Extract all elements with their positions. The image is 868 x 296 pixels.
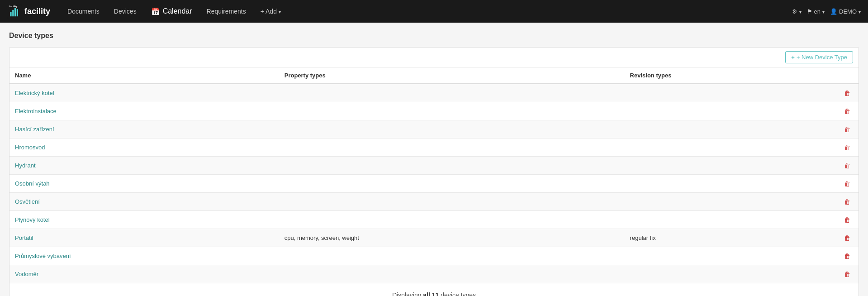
device-type-name[interactable]: Průmyslové vybavení bbox=[9, 247, 279, 265]
user-caret-icon bbox=[859, 8, 861, 15]
device-type-name[interactable]: Hasící zařízení bbox=[9, 120, 279, 138]
trash-icon bbox=[844, 216, 850, 224]
main-nav: Documents Devices 📅 Calendar Requirement… bbox=[61, 4, 781, 19]
nav-documents[interactable]: Documents bbox=[61, 4, 106, 19]
gear-icon bbox=[792, 8, 797, 15]
device-type-revision-types bbox=[625, 157, 836, 175]
nav-calendar[interactable]: 📅 Calendar bbox=[145, 4, 199, 19]
svg-rect-1 bbox=[10, 12, 11, 17]
col-header-revision-types: Revision types bbox=[625, 67, 836, 84]
delete-cell bbox=[836, 211, 859, 229]
delete-cell bbox=[836, 193, 859, 211]
footer-prefix: Displaying bbox=[392, 291, 423, 296]
flag-icon bbox=[807, 8, 812, 15]
add-dropdown-button[interactable]: + Add bbox=[254, 4, 287, 19]
device-type-revision-types bbox=[625, 265, 836, 283]
svg-rect-4 bbox=[17, 9, 18, 16]
settings-button[interactable] bbox=[792, 8, 802, 15]
table-row: Plynový kotel bbox=[9, 211, 859, 229]
facility-logo-icon: facility bbox=[7, 4, 22, 19]
trash-icon bbox=[844, 234, 850, 242]
device-type-revision-types bbox=[625, 120, 836, 138]
device-type-property-types bbox=[279, 265, 625, 283]
device-type-name[interactable]: Plynový kotel bbox=[9, 211, 279, 229]
add-button-label: + Add bbox=[261, 8, 277, 15]
table-footer: Displaying all 11 device types bbox=[9, 283, 859, 296]
trash-icon bbox=[844, 125, 850, 133]
table-toolbar: + New Device Type bbox=[9, 48, 859, 67]
new-device-type-button[interactable]: + New Device Type bbox=[785, 51, 853, 63]
nav-devices[interactable]: Devices bbox=[108, 4, 143, 19]
table-row: Hydrant bbox=[9, 157, 859, 175]
page-title: Device types bbox=[9, 32, 859, 40]
footer-bold: all 11 bbox=[423, 291, 439, 296]
device-type-revision-types bbox=[625, 175, 836, 193]
device-type-revision-types bbox=[625, 84, 836, 102]
device-type-name[interactable]: Osobní výtah bbox=[9, 175, 279, 193]
delete-device-type-button[interactable] bbox=[841, 215, 853, 224]
device-type-revision-types bbox=[625, 193, 836, 211]
table-row: Hasící zařízení bbox=[9, 120, 859, 138]
device-type-property-types bbox=[279, 102, 625, 120]
device-type-property-types bbox=[279, 84, 625, 102]
delete-cell bbox=[836, 84, 859, 102]
table-row: Průmyslové vybavení bbox=[9, 247, 859, 265]
svg-text:facility: facility bbox=[9, 5, 18, 8]
delete-device-type-button[interactable] bbox=[841, 179, 853, 188]
device-type-name[interactable]: Osvětlení bbox=[9, 193, 279, 211]
trash-icon bbox=[844, 89, 850, 97]
user-icon bbox=[830, 8, 837, 15]
language-caret-icon bbox=[822, 8, 825, 15]
brand-logo[interactable]: facility facility bbox=[7, 4, 50, 19]
device-type-name[interactable]: Hydrant bbox=[9, 157, 279, 175]
table-row: Elektrický kotel bbox=[9, 84, 859, 102]
device-type-revision-types bbox=[625, 138, 836, 157]
device-type-property-types bbox=[279, 138, 625, 157]
add-caret-icon bbox=[279, 8, 281, 15]
device-type-name[interactable]: Hromosvod bbox=[9, 138, 279, 157]
language-label: en bbox=[814, 8, 821, 15]
settings-caret-icon bbox=[799, 8, 802, 15]
delete-device-type-button[interactable] bbox=[841, 124, 853, 134]
device-type-property-types bbox=[279, 193, 625, 211]
main-content: Device types + New Device Type Name Prop… bbox=[0, 23, 868, 296]
device-types-table-container: + New Device Type Name Property types Re… bbox=[9, 47, 859, 296]
table-row: Osobní výtah bbox=[9, 175, 859, 193]
trash-icon bbox=[844, 252, 850, 260]
device-type-name[interactable]: Portatil bbox=[9, 229, 279, 247]
delete-device-type-button[interactable] bbox=[841, 233, 853, 243]
trash-icon bbox=[844, 270, 850, 278]
device-type-revision-types bbox=[625, 102, 836, 120]
table-row: Vodoměr bbox=[9, 265, 859, 283]
delete-cell bbox=[836, 157, 859, 175]
delete-device-type-button[interactable] bbox=[841, 106, 853, 116]
device-type-name[interactable]: Vodoměr bbox=[9, 265, 279, 283]
svg-rect-2 bbox=[12, 10, 14, 16]
delete-cell bbox=[836, 247, 859, 265]
delete-device-type-button[interactable] bbox=[841, 269, 853, 279]
device-type-property-types bbox=[279, 120, 625, 138]
device-type-name[interactable]: Elektrický kotel bbox=[9, 84, 279, 102]
new-device-type-label: + New Device Type bbox=[797, 54, 847, 61]
delete-device-type-button[interactable] bbox=[841, 197, 853, 206]
col-header-actions bbox=[836, 67, 859, 84]
device-type-property-types bbox=[279, 175, 625, 193]
user-menu-button[interactable]: DEMO bbox=[830, 8, 861, 15]
language-button[interactable]: en bbox=[807, 8, 825, 15]
delete-device-type-button[interactable] bbox=[841, 161, 853, 170]
delete-device-type-button[interactable] bbox=[841, 143, 853, 152]
nav-requirements[interactable]: Requirements bbox=[200, 4, 252, 19]
trash-icon bbox=[844, 143, 850, 151]
delete-device-type-button[interactable] bbox=[841, 251, 853, 261]
table-row: Osvětlení bbox=[9, 193, 859, 211]
footer-suffix: device types bbox=[439, 291, 476, 296]
delete-cell bbox=[836, 265, 859, 283]
delete-device-type-button[interactable] bbox=[841, 88, 853, 98]
table-row: Portatilcpu, memory, screen, weightregul… bbox=[9, 229, 859, 247]
delete-cell bbox=[836, 102, 859, 120]
device-type-revision-types bbox=[625, 247, 836, 265]
device-type-name[interactable]: Elektroinstalace bbox=[9, 102, 279, 120]
nav-calendar-label: Calendar bbox=[163, 7, 192, 15]
device-type-property-types: cpu, memory, screen, weight bbox=[279, 229, 625, 247]
table-header-row: Name Property types Revision types bbox=[9, 67, 859, 84]
